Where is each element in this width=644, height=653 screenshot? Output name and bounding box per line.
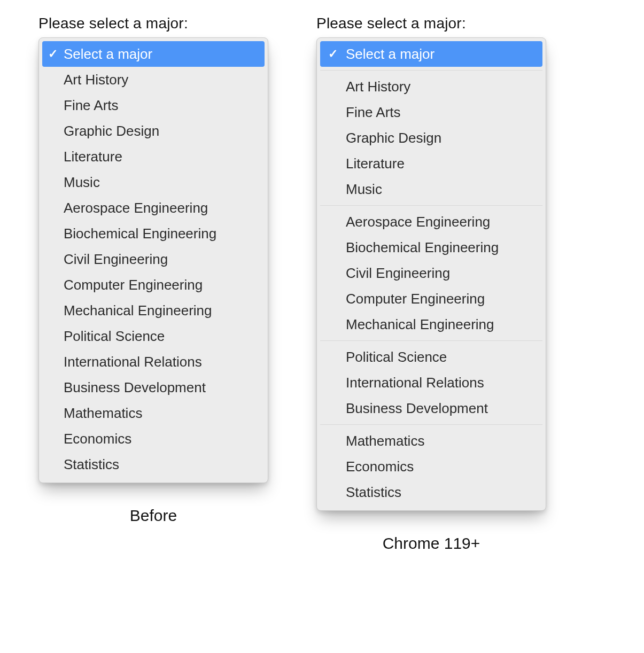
option-label: Computer Engineering xyxy=(346,291,536,307)
comparison-stage: Please select a major: ✓Select a major✓A… xyxy=(0,0,644,585)
caption-before: Before xyxy=(130,507,177,525)
option-label: Select a major xyxy=(64,46,258,63)
option-group: ✓Mathematics✓Economics✓Statistics xyxy=(320,424,542,505)
option-label: Select a major xyxy=(346,46,536,63)
option-label: Literature xyxy=(346,156,536,172)
option-label: Graphic Design xyxy=(346,130,536,146)
option-label: Statistics xyxy=(64,456,258,473)
option-item[interactable]: ✓Civil Engineering xyxy=(42,246,265,272)
option-label: Fine Arts xyxy=(64,97,258,114)
option-item[interactable]: ✓Business Development xyxy=(42,375,265,400)
option-label: Business Development xyxy=(346,400,536,417)
option-label: Statistics xyxy=(346,484,536,501)
major-select-menu-before[interactable]: ✓Select a major✓Art History✓Fine Arts✓Gr… xyxy=(38,37,268,483)
option-label: International Relations xyxy=(64,354,258,370)
option-item[interactable]: ✓Civil Engineering xyxy=(320,260,542,286)
option-label: Business Development xyxy=(64,379,258,396)
option-label: Aerospace Engineering xyxy=(64,200,258,216)
option-label: Art History xyxy=(64,72,258,88)
option-group: ✓Aerospace Engineering✓Biochemical Engin… xyxy=(320,205,542,337)
after-column: Please select a major: ✓Select a major✓A… xyxy=(316,15,546,553)
option-item[interactable]: ✓International Relations xyxy=(320,370,542,395)
option-label: Music xyxy=(64,174,258,191)
checkmark-icon: ✓ xyxy=(325,47,340,61)
option-item[interactable]: ✓Computer Engineering xyxy=(42,272,265,298)
option-label: Computer Engineering xyxy=(64,277,258,293)
option-label: Political Science xyxy=(64,328,258,345)
option-label: Graphic Design xyxy=(64,123,258,139)
option-placeholder[interactable]: ✓Select a major xyxy=(42,41,265,67)
option-item[interactable]: ✓Statistics xyxy=(42,452,265,477)
option-label: Civil Engineering xyxy=(64,251,258,268)
option-item[interactable]: ✓Statistics xyxy=(320,479,542,505)
option-label: Economics xyxy=(64,431,258,447)
option-item[interactable]: ✓Literature xyxy=(320,151,542,176)
prompt-label-after: Please select a major: xyxy=(316,15,466,32)
prompt-label-before: Please select a major: xyxy=(38,15,188,32)
option-item[interactable]: ✓Music xyxy=(320,176,542,202)
option-label: Economics xyxy=(346,458,536,475)
option-item[interactable]: ✓Computer Engineering xyxy=(320,286,542,312)
option-label: Mathematics xyxy=(346,433,536,449)
option-item[interactable]: ✓Mechanical Engineering xyxy=(42,298,265,323)
option-label: Aerospace Engineering xyxy=(346,214,536,230)
option-item[interactable]: ✓Mathematics xyxy=(42,400,265,426)
option-item[interactable]: ✓Graphic Design xyxy=(42,118,265,144)
option-item[interactable]: ✓International Relations xyxy=(42,349,265,375)
option-label: Civil Engineering xyxy=(346,265,536,282)
option-label: Political Science xyxy=(346,349,536,366)
option-group: ✓Art History✓Fine Arts✓Graphic Design✓Li… xyxy=(320,70,542,202)
option-item[interactable]: ✓Fine Arts xyxy=(42,92,265,118)
option-label: Mechanical Engineering xyxy=(64,302,258,319)
option-label: Mechanical Engineering xyxy=(346,316,536,333)
option-label: Fine Arts xyxy=(346,104,536,121)
option-item[interactable]: ✓Art History xyxy=(320,74,542,99)
option-placeholder[interactable]: ✓Select a major xyxy=(320,41,542,67)
option-item[interactable]: ✓Art History xyxy=(42,67,265,92)
option-label: Literature xyxy=(64,149,258,165)
major-select-menu-after[interactable]: ✓Select a major✓Art History✓Fine Arts✓Gr… xyxy=(316,37,546,511)
option-group: ✓Political Science✓International Relatio… xyxy=(320,340,542,421)
option-item[interactable]: ✓Biochemical Engineering xyxy=(42,221,265,246)
option-item[interactable]: ✓Fine Arts xyxy=(320,99,542,125)
option-item[interactable]: ✓Political Science xyxy=(42,323,265,349)
option-item[interactable]: ✓Mathematics xyxy=(320,428,542,454)
option-item[interactable]: ✓Graphic Design xyxy=(320,125,542,151)
option-label: Music xyxy=(346,181,536,198)
option-item[interactable]: ✓Economics xyxy=(320,454,542,479)
option-label: Art History xyxy=(346,79,536,95)
option-item[interactable]: ✓Political Science xyxy=(320,344,542,370)
option-item[interactable]: ✓Aerospace Engineering xyxy=(42,195,265,221)
option-label: Mathematics xyxy=(64,405,258,422)
option-item[interactable]: ✓Music xyxy=(42,169,265,195)
before-column: Please select a major: ✓Select a major✓A… xyxy=(38,15,268,525)
option-label: Biochemical Engineering xyxy=(64,226,258,242)
option-item[interactable]: ✓Aerospace Engineering xyxy=(320,209,542,235)
caption-after: Chrome 119+ xyxy=(383,534,480,553)
checkmark-icon: ✓ xyxy=(48,47,58,61)
option-item[interactable]: ✓Economics xyxy=(42,426,265,452)
option-label: Biochemical Engineering xyxy=(346,239,536,256)
option-item[interactable]: ✓Literature xyxy=(42,144,265,169)
option-item[interactable]: ✓Mechanical Engineering xyxy=(320,312,542,337)
option-item[interactable]: ✓Business Development xyxy=(320,395,542,421)
option-label: International Relations xyxy=(346,375,536,391)
option-item[interactable]: ✓Biochemical Engineering xyxy=(320,235,542,260)
